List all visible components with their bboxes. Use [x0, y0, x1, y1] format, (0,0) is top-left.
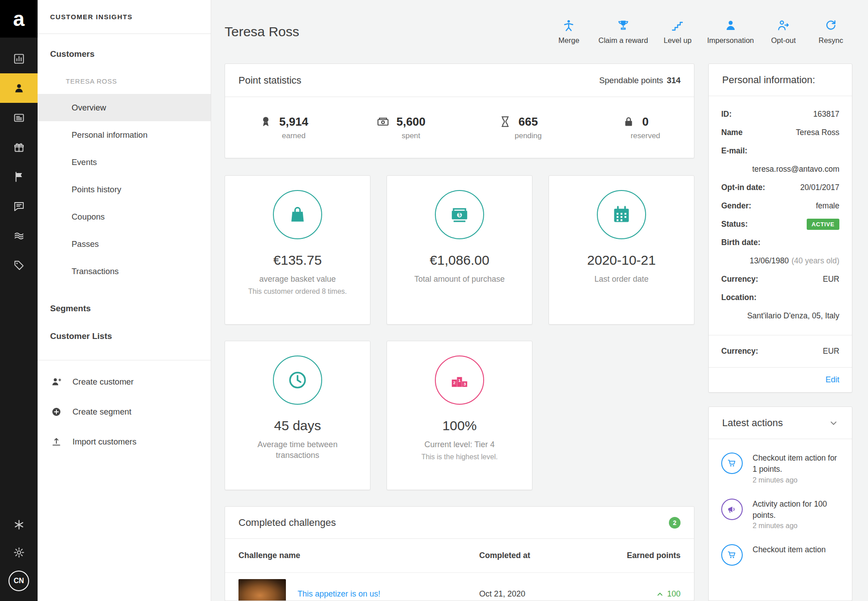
challenges-count-badge: 2 — [669, 517, 681, 529]
cart-icon — [727, 550, 737, 560]
action-text: Checkout item action — [753, 544, 825, 555]
impersonation-button[interactable]: Impersonation — [703, 19, 757, 45]
info-value: 20/01/2017 — [800, 183, 839, 192]
action-label: Import customers — [72, 437, 136, 447]
tool-label: Claim a reward — [598, 36, 648, 45]
sidebar-tab-passes[interactable]: Passes — [38, 230, 211, 258]
info-label: E-mail: — [721, 142, 839, 160]
info-label: Birth date: — [721, 233, 839, 252]
rail-item-analytics[interactable] — [0, 44, 38, 73]
info-label: Currency: — [721, 275, 758, 284]
money-icon: $ — [449, 204, 470, 225]
info-label: Gender: — [721, 201, 751, 211]
challenge-points-value: 100 — [667, 589, 681, 599]
level-up-button[interactable]: Level up — [656, 19, 699, 45]
sidebar-selected-customer[interactable]: TERESA ROSS — [38, 68, 211, 94]
rail-item-workflows[interactable] — [0, 221, 38, 250]
cash-icon — [376, 115, 390, 128]
rail-item-settings[interactable] — [0, 538, 38, 566]
table-row: This appetizer is on us! Oct 21, 2020 10… — [225, 573, 694, 601]
info-value: 163817 — [813, 110, 839, 119]
megaphone-icon — [727, 504, 737, 515]
sidebar-item-customer-lists[interactable]: Customer Lists — [38, 322, 211, 350]
sidebar-tab-events[interactable]: Events — [38, 148, 211, 176]
avg-basket-sub: This customer ordered 8 times. — [248, 288, 347, 296]
opt-out-icon — [777, 19, 790, 32]
stat-label: pending — [515, 131, 542, 140]
action-label: Create segment — [72, 407, 132, 417]
rail-nav — [0, 44, 38, 280]
info-row-status: Status: ACTIVE — [721, 215, 839, 233]
info-label: Opt-in date: — [721, 183, 765, 192]
hourglass-icon — [498, 115, 512, 128]
info-row-gender: Gender: female — [721, 197, 839, 215]
cart-icon — [727, 458, 737, 469]
total-purchase-value: €1,086.00 — [430, 253, 489, 268]
sidebar: CUSTOMER INSIGHTS Customers TERESA ROSS … — [38, 0, 211, 601]
brand-logo[interactable]: a — [0, 0, 38, 38]
impersonation-person-icon — [724, 19, 737, 32]
info-label: ID: — [721, 110, 732, 119]
stat-reserved: 0 reserved — [577, 115, 694, 140]
tool-label: Merge — [558, 36, 579, 45]
opt-out-button[interactable]: Opt-out — [762, 19, 805, 45]
avg-basket-label: average basket value — [259, 274, 336, 284]
merge-button[interactable]: Merge — [547, 19, 590, 45]
card-icon — [13, 112, 25, 124]
sidebar-item-segments[interactable]: Segments — [38, 295, 211, 322]
rail-item-rewards[interactable] — [0, 132, 38, 162]
completed-challenges-title: Completed challenges — [238, 517, 336, 529]
import-customers-button[interactable]: Import customers — [38, 427, 211, 457]
challenge-completed-at: Oct 21, 2020 — [479, 589, 604, 599]
info-value: teresa.ross@antavo.com — [721, 160, 839, 178]
rail-item-messages[interactable] — [0, 191, 38, 221]
tool-label: Resync — [818, 36, 843, 45]
sidebar-title: CUSTOMER INSIGHTS — [38, 0, 211, 34]
info-value: Teresa Ross — [796, 128, 839, 137]
user-avatar[interactable]: CN — [9, 571, 29, 591]
spendable-points-label: Spendable points — [599, 76, 663, 85]
create-customer-button[interactable]: Create customer — [38, 367, 211, 397]
edit-link[interactable]: Edit — [825, 375, 839, 384]
stat-spent: 5,600 spent — [342, 115, 460, 140]
rail-item-campaigns[interactable] — [0, 162, 38, 191]
stat-label: reserved — [630, 131, 660, 140]
total-purchase-label: Total amount of purchase — [414, 274, 505, 284]
sidebar-item-customers[interactable]: Customers — [38, 40, 211, 68]
podium-icon: 213 — [449, 369, 470, 391]
rail-item-customers[interactable] — [0, 73, 38, 103]
sidebar-tab-points-history[interactable]: Points history — [38, 176, 211, 203]
challenge-thumbnail — [238, 579, 286, 601]
sidebar-tab-personal-information[interactable]: Personal information — [38, 121, 211, 148]
avg-basket-card: €135.75 average basket value This custom… — [225, 175, 370, 325]
claim-reward-button[interactable]: Claim a reward — [595, 19, 651, 45]
sidebar-tab-transactions[interactable]: Transactions — [38, 258, 211, 285]
column-completed-at: Completed at — [479, 551, 604, 560]
personal-information-title: Personal information: — [709, 64, 852, 96]
sidebar-tab-coupons[interactable]: Coupons — [38, 203, 211, 230]
tool-label: Opt-out — [771, 36, 796, 45]
create-segment-button[interactable]: Create segment — [38, 397, 211, 427]
chevron-down-icon[interactable] — [829, 418, 838, 428]
sidebar-tab-overview[interactable]: Overview — [38, 94, 211, 121]
sidebar-nav: Customers TERESA ROSS Overview Personal … — [38, 34, 211, 457]
rail-item-offers[interactable] — [0, 250, 38, 280]
status-badge: ACTIVE — [807, 219, 839, 230]
trophy-icon — [617, 19, 630, 32]
stat-label: earned — [282, 131, 306, 140]
brand-logo-letter: a — [13, 8, 25, 29]
rail-item-content[interactable] — [0, 103, 38, 132]
tool-label: Impersonation — [707, 36, 754, 45]
info-row-optin: Opt-in date: 20/01/2017 — [721, 178, 839, 197]
resync-button[interactable]: Resync — [809, 19, 852, 45]
challenge-link[interactable]: This appetizer is on us! — [298, 589, 380, 599]
medal-icon — [259, 115, 272, 128]
calendar-icon — [611, 204, 632, 225]
info-value: EUR — [823, 347, 839, 356]
challenges-table-header: Challenge name Completed at Earned point… — [225, 539, 694, 573]
svg-text:1: 1 — [458, 378, 461, 383]
customer-toolbar: Merge Claim a reward Level up Impersonat… — [547, 19, 852, 45]
icon-rail: a — [0, 0, 38, 601]
rail-item-modules[interactable] — [0, 511, 38, 538]
avg-time-value: 45 days — [274, 418, 321, 433]
